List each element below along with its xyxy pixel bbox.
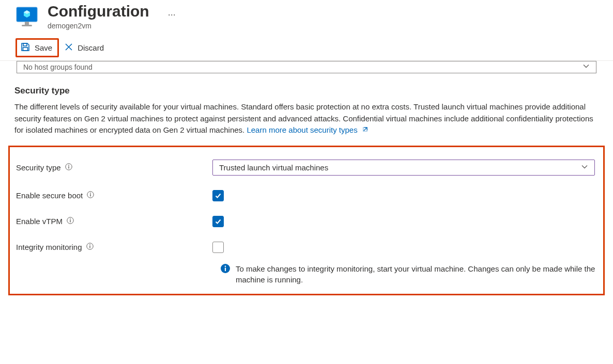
vm-icon bbox=[14, 4, 39, 29]
page-subtitle: demogen2vm bbox=[48, 22, 149, 30]
security-type-label: Security type bbox=[16, 163, 61, 172]
security-type-heading: Security type bbox=[14, 86, 599, 96]
svg-point-16 bbox=[89, 244, 90, 245]
security-type-description: The different levels of security availab… bbox=[14, 101, 593, 136]
page-title: Configuration bbox=[48, 2, 149, 21]
info-filled-icon bbox=[220, 263, 231, 275]
svg-point-10 bbox=[90, 193, 91, 194]
svg-rect-14 bbox=[70, 220, 70, 223]
svg-rect-3 bbox=[22, 25, 32, 26]
security-type-section: Security type The different levels of se… bbox=[0, 73, 613, 136]
chevron-down-icon bbox=[581, 163, 588, 172]
save-button[interactable]: Save bbox=[16, 38, 59, 57]
chevron-down-icon bbox=[583, 62, 590, 71]
host-group-placeholder: No host groups found bbox=[23, 63, 93, 71]
vtpm-checkbox[interactable] bbox=[212, 216, 224, 227]
save-icon bbox=[20, 42, 30, 54]
security-type-row: Security type Trusted launch virtual mac… bbox=[16, 152, 597, 183]
integrity-monitoring-label: Integrity monitoring bbox=[16, 243, 82, 251]
svg-rect-8 bbox=[68, 166, 69, 169]
info-icon[interactable] bbox=[87, 191, 94, 200]
vtpm-label: Enable vTPM bbox=[16, 217, 63, 226]
more-menu-icon[interactable]: ··· bbox=[168, 9, 176, 20]
close-icon bbox=[64, 42, 73, 53]
info-icon[interactable] bbox=[65, 163, 72, 172]
integrity-note-text: To make changes to integrity monitoring,… bbox=[236, 263, 597, 286]
svg-point-7 bbox=[68, 165, 69, 166]
page-header: Configuration demogen2vm ··· bbox=[0, 0, 613, 35]
save-label: Save bbox=[35, 43, 52, 52]
secure-boot-label: Enable secure boot bbox=[16, 191, 83, 200]
svg-rect-11 bbox=[90, 194, 91, 197]
info-icon[interactable] bbox=[86, 243, 94, 251]
security-type-value: Trusted launch virtual machines bbox=[219, 163, 328, 172]
security-type-select[interactable]: Trusted launch virtual machines bbox=[212, 160, 595, 176]
secure-boot-checkbox[interactable] bbox=[212, 190, 224, 201]
svg-rect-20 bbox=[225, 267, 226, 271]
security-settings-box: Security type Trusted launch virtual mac… bbox=[8, 146, 605, 296]
toolbar: Save Discard bbox=[0, 35, 613, 60]
external-link-icon bbox=[362, 124, 369, 136]
info-icon[interactable] bbox=[67, 217, 74, 226]
svg-rect-17 bbox=[89, 246, 90, 248]
host-group-select[interactable]: No host groups found bbox=[17, 61, 596, 73]
svg-rect-4 bbox=[23, 43, 27, 46]
secure-boot-row: Enable secure boot bbox=[16, 183, 597, 209]
vtpm-row: Enable vTPM bbox=[16, 209, 597, 234]
integrity-monitoring-checkbox[interactable] bbox=[212, 242, 224, 253]
learn-more-link[interactable]: Learn more about security types bbox=[247, 125, 368, 134]
integrity-note: To make changes to integrity monitoring,… bbox=[16, 260, 597, 286]
svg-rect-2 bbox=[25, 22, 29, 25]
svg-point-13 bbox=[70, 218, 71, 219]
integrity-monitoring-row: Integrity monitoring bbox=[16, 234, 597, 260]
discard-button[interactable]: Discard bbox=[61, 40, 109, 55]
svg-rect-5 bbox=[23, 48, 28, 51]
svg-point-19 bbox=[225, 265, 226, 267]
discard-label: Discard bbox=[78, 43, 104, 52]
